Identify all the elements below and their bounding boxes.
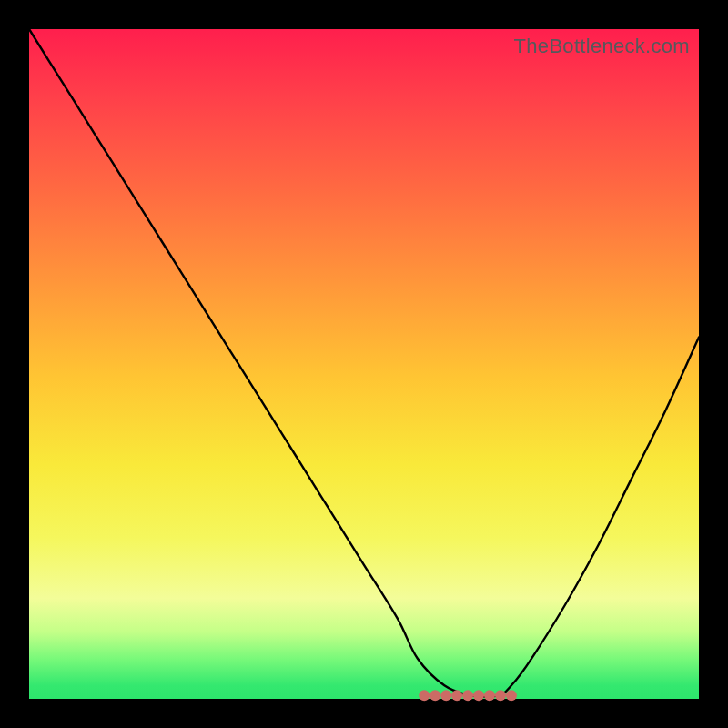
highlight-dot	[484, 690, 495, 701]
highlight-dot	[506, 690, 517, 701]
chart-svg	[29, 29, 699, 699]
highlight-dot	[451, 690, 462, 701]
highlight-dot	[430, 690, 440, 701]
bottleneck-curve	[29, 29, 699, 697]
highlight-marker	[419, 690, 517, 701]
highlight-dot	[473, 690, 484, 701]
highlight-dot	[440, 690, 451, 701]
highlight-dot	[462, 690, 473, 701]
plot-area: TheBottleneck.com	[29, 29, 699, 699]
highlight-dot	[495, 690, 506, 701]
chart-frame: TheBottleneck.com	[0, 0, 728, 728]
highlight-dot	[419, 690, 430, 701]
